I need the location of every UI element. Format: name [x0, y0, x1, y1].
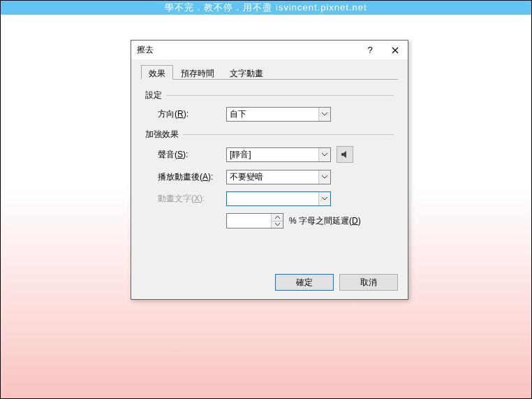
sound-label: 聲音(S):: [158, 149, 226, 161]
after-animation-value: 不要變暗: [227, 171, 318, 183]
sound-combo[interactable]: [靜音]: [226, 147, 331, 162]
after-animation-label: 播放動畫後(A):: [158, 171, 226, 183]
direction-combo[interactable]: 自下: [226, 107, 331, 122]
tab-timing[interactable]: 預存時間: [173, 65, 222, 80]
delay-label: % 字母之間延遲(D): [289, 215, 361, 227]
chevron-down-icon: [322, 153, 327, 157]
direction-dropdown-button[interactable]: [318, 108, 330, 121]
tab-text-animation[interactable]: 文字動畫: [222, 65, 271, 80]
cancel-button[interactable]: 取消: [339, 274, 398, 291]
dialog-title: 擦去: [137, 44, 357, 56]
delay-value[interactable]: [227, 214, 271, 228]
workspace-background: 擦去 ? 效果 預存時間 文字動畫 設定 方向(R):: [1, 15, 531, 398]
chevron-up-icon: [275, 216, 280, 219]
after-animation-combo[interactable]: 不要變暗: [226, 170, 331, 184]
direction-label: 方向(R):: [158, 108, 226, 120]
animate-text-combo[interactable]: [226, 191, 331, 206]
chevron-down-icon: [322, 175, 327, 179]
help-button[interactable]: ?: [357, 41, 383, 60]
group-settings: 設定: [145, 89, 394, 101]
ok-button[interactable]: 確定: [275, 274, 334, 291]
sound-dropdown-button[interactable]: [318, 148, 330, 161]
page-banner: 學不完．教不停．用不盡 isvincent.pixnet.net: [1, 1, 531, 15]
chevron-down-icon: [322, 197, 327, 201]
after-dropdown-button[interactable]: [318, 171, 330, 184]
tab-effect[interactable]: 效果: [141, 65, 173, 80]
animate-text-label: 動畫文字(X):: [158, 193, 226, 205]
delay-spinner[interactable]: [226, 213, 283, 228]
tab-strip: 效果 預存時間 文字動畫: [141, 64, 398, 80]
close-button[interactable]: [383, 41, 408, 60]
dialog-titlebar[interactable]: 擦去 ?: [131, 41, 408, 60]
speaker-icon: [340, 150, 350, 159]
close-icon: [392, 47, 399, 54]
delay-spin-down[interactable]: [272, 222, 283, 228]
chevron-down-icon: [322, 113, 327, 116]
animtext-dropdown-button[interactable]: [318, 192, 330, 205]
direction-value: 自下: [227, 108, 318, 120]
group-enhance: 加強效果: [145, 129, 394, 140]
sound-preview-button[interactable]: [337, 146, 353, 163]
chevron-down-icon: [275, 223, 280, 226]
effect-options-dialog: 擦去 ? 效果 預存時間 文字動畫 設定 方向(R):: [131, 40, 408, 300]
delay-spin-up[interactable]: [272, 214, 283, 222]
sound-value: [靜音]: [227, 149, 318, 161]
